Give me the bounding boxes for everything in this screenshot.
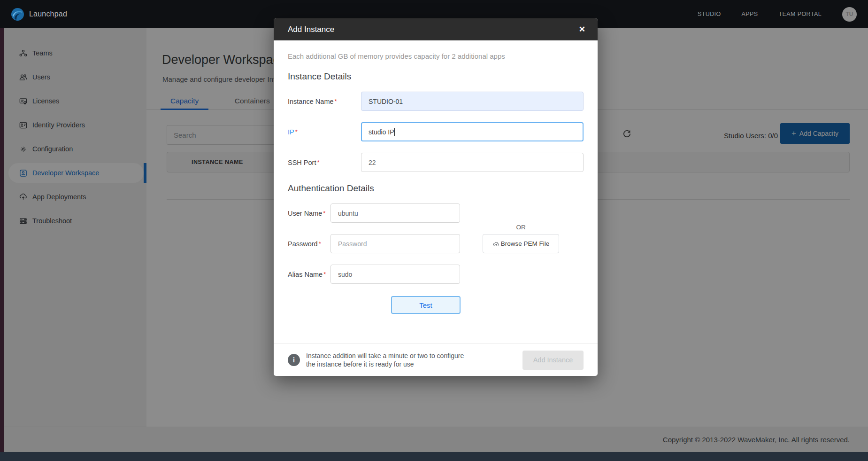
authentication-details-heading: Authentication Details — [288, 183, 584, 194]
instance-name-row: Instance Name* — [288, 92, 584, 111]
required-asterisk: * — [323, 210, 325, 217]
add-instance-button[interactable]: Add Instance — [522, 351, 584, 370]
user-name-row: User Name* — [288, 203, 584, 223]
ssh-port-label: SSH Port* — [288, 159, 361, 166]
browse-pem-label: Browse PEM File — [501, 240, 550, 247]
nav-link-apps[interactable]: APPS — [742, 11, 758, 17]
instance-name-input[interactable] — [361, 92, 584, 111]
ssh-port-input[interactable] — [361, 153, 584, 172]
upload-cloud-icon — [492, 240, 500, 248]
user-name-input[interactable] — [330, 203, 460, 223]
application-window: Launchpad STUDIO APPS TEAM PORTAL TU Tea… — [0, 0, 868, 461]
wavemaker-logo-icon — [11, 8, 24, 21]
password-input[interactable] — [330, 234, 460, 253]
modal-header: Add Instance ✕ — [274, 18, 598, 40]
alias-name-input[interactable] — [330, 265, 460, 284]
add-instance-modal: Add Instance ✕ Each additional GB of mem… — [274, 18, 598, 376]
required-asterisk: * — [323, 271, 326, 278]
required-asterisk: * — [317, 159, 319, 166]
user-name-label: User Name* — [288, 210, 330, 217]
text-cursor — [394, 128, 395, 136]
footer-note: Instance addition will take a minute or … — [306, 352, 464, 369]
modal-body: Each additional GB of memory provides ca… — [274, 52, 598, 314]
nav-link-studio[interactable]: STUDIO — [698, 11, 721, 17]
close-icon[interactable]: ✕ — [579, 25, 585, 33]
or-separator: OR — [483, 224, 559, 231]
modal-footer: i Instance addition will take a minute o… — [274, 344, 598, 376]
instance-details-heading: Instance Details — [288, 71, 584, 82]
ip-row: IP* studio IP — [288, 122, 584, 141]
alias-name-label: Alias Name* — [288, 271, 330, 278]
ip-input[interactable]: studio IP — [361, 122, 584, 141]
required-asterisk: * — [335, 98, 337, 105]
required-asterisk: * — [295, 128, 298, 135]
ip-input-value: studio IP — [369, 128, 394, 136]
modal-title: Add Instance — [288, 25, 334, 34]
modal-subtitle: Each additional GB of memory provides ca… — [288, 52, 584, 60]
user-avatar[interactable]: TU — [842, 7, 857, 22]
password-label: Password* — [288, 240, 330, 248]
nav-link-team-portal[interactable]: TEAM PORTAL — [779, 11, 822, 17]
instance-name-label: Instance Name* — [288, 98, 361, 105]
ssh-port-row: SSH Port* — [288, 153, 584, 172]
instance-details-section: Instance Name* IP* studio IP SSH Port* — [288, 92, 584, 172]
brand-name: Launchpad — [29, 10, 67, 18]
required-asterisk: * — [319, 240, 321, 247]
alias-name-row: Alias Name* — [288, 265, 584, 284]
browse-pem-file-button[interactable]: Browse PEM File — [483, 234, 559, 253]
navbar-links: STUDIO APPS TEAM PORTAL TU — [698, 7, 857, 22]
info-icon: i — [288, 354, 300, 366]
authentication-details-section: User Name* Password* Alias Name* OR — [288, 203, 584, 284]
ip-label: IP* — [288, 128, 361, 136]
test-button[interactable]: Test — [391, 296, 461, 314]
